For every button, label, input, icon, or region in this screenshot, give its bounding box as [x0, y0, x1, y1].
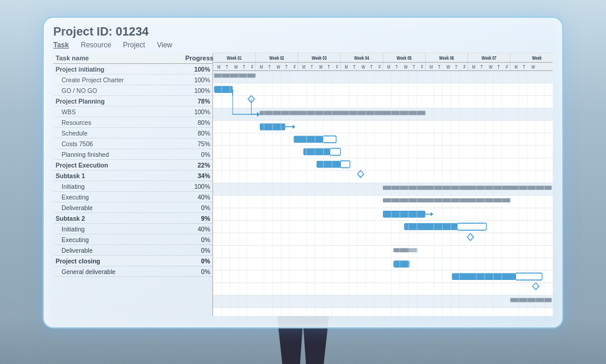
task-name: Subtask 1 [53, 172, 183, 180]
task-row: GO / NO GO 100% [53, 85, 212, 96]
task-progress-val: 0% [183, 257, 212, 265]
svg-text:T: T [412, 64, 415, 70]
svg-text:M: M [260, 64, 263, 70]
task-name: Planning finished [53, 150, 183, 159]
svg-text:T: T [243, 64, 245, 70]
task-progress-val: 40% [183, 193, 212, 201]
task-progress-val: 100% [183, 86, 212, 95]
gantt-container: Task name Progress Project initiating 10… [53, 53, 553, 316]
task-name: Create Project Charter [53, 76, 183, 84]
task-row: Initiating 100% [53, 181, 212, 192]
svg-text:M: M [430, 64, 433, 70]
gantt-chart: Week 01 Week 02 Week 03 Week 04 Week 05 … [213, 53, 553, 316]
svg-rect-125 [394, 248, 410, 252]
task-list: Task name Progress Project initiating 10… [53, 53, 213, 316]
svg-rect-131 [510, 298, 552, 302]
task-row: Create Project Charter 100% [53, 75, 212, 85]
menu-project[interactable]: Project [123, 41, 145, 49]
svg-text:W: W [362, 64, 365, 70]
svg-rect-118 [383, 198, 510, 202]
task-progress-val: 100% [183, 65, 212, 73]
svg-text:T: T [455, 64, 457, 70]
svg-text:W: W [404, 64, 408, 70]
task-progress-val: 80% [183, 129, 212, 137]
svg-text:T: T [328, 64, 330, 70]
col-progress: Progress [183, 53, 212, 63]
task-row: Resources 80% [53, 117, 212, 128]
task-row: Deliverable 0% [53, 245, 212, 256]
svg-text:F: F [336, 64, 339, 70]
svg-rect-114 [317, 161, 340, 168]
task-name: Costs 7506 [53, 140, 183, 148]
task-progress-val: 0% [183, 150, 212, 159]
task-row: Costs 7506 75% [53, 138, 212, 149]
svg-text:T: T [396, 64, 398, 70]
svg-text:Week 04: Week 04 [354, 55, 370, 61]
svg-text:M: M [217, 64, 220, 70]
task-row: WBS 100% [53, 107, 212, 117]
menu-task[interactable]: Task [53, 41, 69, 49]
svg-text:T: T [370, 64, 372, 70]
svg-text:F: F [506, 64, 508, 70]
task-name: Initiating [53, 182, 183, 191]
svg-text:T: T [438, 64, 440, 70]
task-progress-val: 100% [183, 108, 212, 116]
task-progress-val: 0% [183, 268, 212, 276]
task-row: Subtask 1 34% [53, 170, 212, 181]
svg-text:Week 02: Week 02 [269, 55, 284, 61]
svg-text:Week 06: Week 06 [439, 55, 454, 61]
svg-rect-117 [383, 186, 552, 190]
menu-resource[interactable]: Resource [80, 41, 111, 49]
task-name: Initiating [53, 225, 183, 233]
task-name: Project closing [53, 257, 183, 265]
svg-text:T: T [498, 64, 500, 70]
svg-text:F: F [463, 64, 466, 70]
task-row: Executing 0% [53, 234, 212, 245]
task-row: Subtask 2 9% [53, 213, 212, 224]
task-name: Project Planning [53, 97, 183, 105]
task-row: Project initiating 100% [53, 64, 212, 75]
task-name: Schedule [53, 129, 183, 137]
svg-rect-126 [410, 248, 417, 252]
task-row: Project closing 0% [53, 256, 212, 266]
task-progress-val: 75% [183, 140, 212, 148]
menu-view[interactable]: View [157, 41, 172, 49]
task-row: Schedule 80% [53, 128, 212, 138]
task-name: Resources [53, 118, 183, 127]
task-progress-val: 22% [183, 161, 212, 169]
task-row: General deliverable 0% [53, 266, 212, 277]
task-name: Project Execution [53, 161, 183, 169]
col-task-name: Task name [53, 53, 183, 63]
svg-rect-127 [394, 260, 410, 268]
task-name: Project initiating [53, 65, 183, 73]
svg-text:T: T [353, 64, 356, 70]
svg-text:M: M [387, 64, 390, 70]
task-name: Executing [53, 193, 183, 201]
svg-text:T: T [311, 64, 313, 70]
svg-text:F: F [379, 64, 381, 70]
svg-text:W: W [531, 64, 535, 70]
svg-text:W: W [489, 64, 492, 70]
svg-text:W: W [447, 64, 450, 70]
svg-text:F: F [294, 64, 296, 70]
task-name: GO / NO GO [53, 86, 183, 95]
task-row: Initiating 40% [53, 224, 212, 234]
svg-rect-128 [452, 273, 516, 280]
svg-text:W: W [277, 64, 281, 70]
task-progress-val: 78% [183, 97, 212, 105]
svg-text:Week: Week [532, 55, 542, 61]
task-progress-val: 80% [183, 118, 212, 127]
task-row: Project Planning 78% [53, 96, 212, 107]
task-list-header: Task name Progress [53, 53, 212, 64]
svg-text:Week 03: Week 03 [312, 55, 327, 61]
gantt-svg: Week 01 Week 02 Week 03 Week 04 Week 05 … [213, 53, 553, 316]
svg-text:F: F [252, 64, 254, 70]
svg-text:Week 01: Week 01 [227, 55, 241, 61]
svg-text:M: M [302, 64, 305, 70]
task-progress-val: 9% [183, 214, 212, 223]
svg-rect-122 [404, 223, 457, 230]
svg-text:T: T [285, 64, 288, 70]
task-row: Deliverable 0% [53, 202, 212, 213]
task-progress-val: 0% [183, 236, 212, 244]
task-progress-val: 0% [183, 246, 212, 255]
